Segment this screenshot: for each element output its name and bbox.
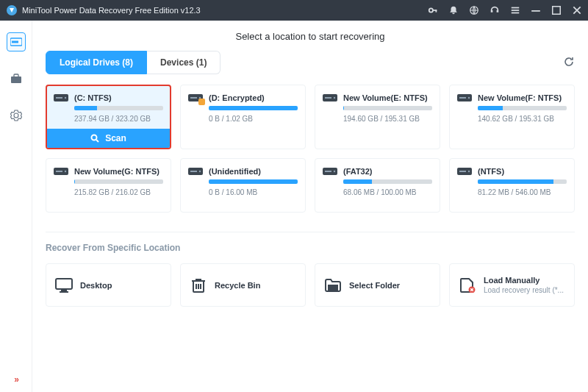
svg-point-31 [199,171,201,172]
bell-icon[interactable] [448,5,459,15]
drive-icon [323,93,337,103]
tab-devices[interactable]: Devices (1) [147,51,220,74]
location-select-folder[interactable]: Select Folder [315,263,440,307]
svg-rect-23 [325,97,331,99]
usage-bar [74,106,163,110]
location-recycle-bin[interactable]: Recycle Bin [180,263,306,307]
drive-usage-text: 194.60 GB / 195.31 GB [343,115,432,123]
close-button[interactable] [572,5,582,15]
drive-name: (D: Encrypted) [209,93,265,102]
sidebar: » [0,21,32,392]
tab-logical-drives[interactable]: Logical Drives (8) [46,51,147,74]
drives-grid: (C: NTFS)237.94 GB / 323.20 GBScan(D: En… [46,85,575,213]
svg-rect-7 [512,13,520,14]
trash-icon [190,278,207,293]
svg-rect-13 [14,74,18,77]
drive-card[interactable]: (D: Encrypted)0 B / 1.02 GB [180,85,306,149]
titlebar: MiniTool Power Data Recovery Free Editio… [0,0,588,21]
svg-point-28 [65,171,66,172]
lock-badge-icon [198,99,205,105]
drive-card[interactable]: (NTFS)81.22 MB / 546.00 MB [449,158,575,213]
svg-rect-20 [190,97,197,99]
usage-bar [343,106,432,110]
expand-sidebar-icon[interactable]: » [14,374,18,385]
drive-card[interactable]: New Volume(E: NTFS)194.60 GB / 195.31 GB [315,85,440,149]
menu-icon[interactable] [510,5,520,15]
drive-card[interactable]: (FAT32)68.06 MB / 100.00 MB [315,158,440,213]
svg-rect-40 [61,290,67,291]
usage-bar [209,106,298,110]
usage-bar [478,179,567,184]
headset-icon[interactable] [490,5,500,15]
svg-rect-5 [512,7,520,9]
location-load-manually[interactable]: Load Manually Load recovery result (*... [449,263,575,307]
specific-location-title: Recover From Specific Location [46,243,575,253]
desktop-icon [55,278,73,293]
drive-card[interactable]: (C: NTFS)237.94 GB / 323.20 GBScan [46,85,171,149]
maximize-button[interactable] [551,5,562,15]
svg-point-37 [468,171,470,172]
svg-rect-3 [436,10,437,13]
drive-name: New Volume(G: NTFS) [74,167,159,176]
usage-bar [343,179,432,184]
drive-name: New Volume(E: NTFS) [343,93,428,102]
scan-button[interactable]: Scan [47,129,170,148]
drive-name: (Unidentified) [209,167,261,176]
svg-rect-29 [56,171,62,172]
usage-bar [74,179,163,184]
drive-usage-text: 237.94 GB / 323.20 GB [74,115,163,123]
drive-icon [457,166,472,177]
drive-icon [323,166,337,177]
drive-icon [188,93,203,103]
svg-point-25 [468,97,470,99]
drive-name: (C: NTFS) [74,93,112,102]
svg-rect-38 [459,171,466,172]
sidebar-toolbox-icon[interactable] [7,69,26,88]
svg-rect-8 [531,10,540,12]
drive-usage-text: 215.82 GB / 216.02 GB [74,188,163,196]
location-sublabel: Load recovery result (*... [484,286,564,294]
sidebar-recovery-icon[interactable] [7,32,26,51]
location-desktop[interactable]: Desktop [46,263,171,307]
globe-icon[interactable] [469,5,479,15]
tab-bar: Logical Drives (8) Devices (1) [46,51,220,74]
drive-icon [188,166,203,177]
location-label: Load Manually [484,276,564,285]
svg-point-15 [65,97,66,99]
svg-rect-39 [56,279,72,289]
svg-rect-11 [12,41,18,43]
scan-label: Scan [105,133,126,143]
svg-rect-26 [459,97,466,99]
drive-icon [54,93,68,103]
location-label: Recycle Bin [215,281,260,290]
app-logo-icon [6,4,18,16]
key-icon[interactable] [428,5,438,15]
drive-usage-text: 81.22 MB / 546.00 MB [478,188,567,196]
page-title: Select a location to start recovering [46,31,575,42]
drive-card[interactable]: New Volume(G: NTFS)215.82 GB / 216.02 GB [46,158,171,213]
usage-bar [478,106,567,110]
svg-point-34 [334,171,335,172]
drive-name: (NTFS) [478,167,504,176]
refresh-icon[interactable] [563,56,575,70]
drive-usage-text: 0 B / 16.00 MB [209,188,298,196]
drive-card[interactable]: (Unidentified)0 B / 16.00 MB [180,158,306,213]
location-label: Select Folder [349,281,400,290]
svg-rect-9 [553,7,561,15]
location-label: Desktop [80,281,112,290]
folder-icon [324,278,342,293]
minimize-button[interactable] [531,5,541,15]
drive-icon [54,166,68,177]
svg-rect-35 [325,171,331,172]
drive-usage-text: 0 B / 1.02 GB [209,115,298,123]
usage-bar [209,179,298,184]
titlebar-controls [428,5,582,15]
drive-usage-text: 140.62 GB / 195.31 GB [478,115,567,123]
svg-rect-6 [512,10,520,11]
drive-card[interactable]: New Volume(F: NTFS)140.62 GB / 195.31 GB [449,85,575,149]
drive-name: (FAT32) [343,167,373,176]
sidebar-settings-icon[interactable] [7,106,26,125]
window-title: MiniTool Power Data Recovery Free Editio… [22,6,428,15]
svg-rect-32 [190,171,197,172]
svg-rect-16 [56,97,62,99]
